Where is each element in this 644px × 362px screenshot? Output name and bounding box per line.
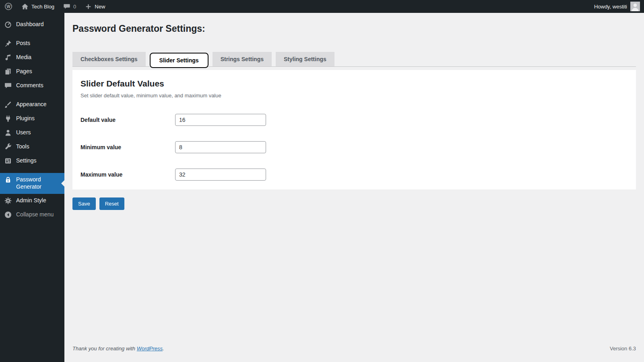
reset-button[interactable]: Reset [99,197,124,210]
sidebar-item-label: Password Generator [16,176,61,191]
sidebar-item-media[interactable]: Media [0,51,64,65]
new-content-link[interactable]: New [80,0,109,13]
sidebar-item-label: Posts [16,40,30,47]
maximum-value-input[interactable] [175,169,266,181]
sidebar-item-label: Users [16,129,31,136]
default-value-input[interactable] [175,114,266,126]
maximum-value-label: Maximum value [80,171,175,178]
wrench-icon [4,143,12,151]
comment-bubble-icon [4,82,12,90]
tab-bar: Checkboxes Settings Slider Settings Stri… [72,52,636,67]
comments-admin-bar-link[interactable]: 0 [59,0,80,13]
footer-thanks: Thank you for creating with WordPress. [72,346,164,352]
sidebar-item-admin-style[interactable]: Admin Style [0,194,64,208]
admin-bar: W Tech Blog 0 New Howdy, westiti [0,0,644,13]
menu-separator [0,93,64,98]
main-content: Password Generator Settings: Checkboxes … [64,13,644,362]
footer-version: Version 6.3 [610,346,636,352]
lock-icon [4,176,12,184]
user-icon [4,129,12,137]
sidebar-item-label: Media [16,54,31,61]
sidebar-item-label: Tools [16,143,29,150]
pages-icon [4,68,12,76]
dashboard-icon [4,21,12,29]
wordpress-link[interactable]: WordPress [137,346,163,352]
sidebar-item-users[interactable]: Users [0,126,64,140]
minimum-value-input[interactable] [175,141,266,153]
default-value-label: Default value [80,117,175,123]
sidebar-item-pages[interactable]: Pages [0,65,64,79]
sidebar-item-label: Pages [16,68,32,75]
panel-heading: Slider Default Values [80,79,628,88]
footer-thanks-text: Thank you for creating with [72,346,137,352]
footer-thanks-period: . [163,346,164,352]
gear-icon [4,197,12,205]
field-row-maximum-value: Maximum value [80,169,628,181]
sidebar-item-password-generator[interactable]: Password Generator [0,173,64,194]
action-buttons: Save Reset [72,197,636,210]
sidebar-item-label: Admin Style [16,197,46,204]
pushpin-icon [4,39,12,47]
sliders-icon [4,157,12,165]
minimum-value-label: Minimum value [80,144,175,150]
comment-bubble-icon [63,3,70,10]
music-note-icon [4,53,12,62]
collapse-menu-button[interactable]: Collapse menu [0,208,64,222]
sidebar-item-label: Comments [16,82,43,89]
tab-styling-settings[interactable]: Styling Settings [276,52,334,66]
current-item-arrow [58,180,64,187]
wordpress-logo-icon: W [4,2,12,10]
sidebar-item-label: Collapse menu [16,211,54,218]
sidebar-item-tools[interactable]: Tools [0,140,64,154]
sidebar-item-label: Settings [16,157,37,165]
sidebar-item-label: Appearance [16,101,47,108]
comment-count: 0 [73,4,76,10]
tab-slider-settings[interactable]: Slider Settings [150,53,208,68]
menu-separator [0,32,64,37]
sidebar-item-plugins[interactable]: Plugins [0,112,64,126]
page-title: Password Generator Settings: [72,23,636,34]
tab-strings-settings[interactable]: Strings Settings [213,52,272,66]
sidebar-item-posts[interactable]: Posts [0,37,64,51]
field-row-minimum-value: Minimum value [80,141,628,153]
avatar [630,2,640,11]
admin-bar-left: W Tech Blog 0 New [0,0,109,13]
plus-icon [85,3,92,10]
slider-settings-panel: Slider Default Values Set slider default… [72,70,636,189]
wordpress-logo-menu[interactable]: W [0,0,17,13]
paintbrush-icon [4,101,12,109]
my-account-link[interactable]: Howdy, westiti [594,0,644,13]
site-name-label: Tech Blog [31,4,54,10]
sidebar-item-comments[interactable]: Comments [0,79,64,93]
svg-text:W: W [6,4,10,9]
home-icon [21,3,29,10]
sidebar-item-appearance[interactable]: Appearance [0,98,64,112]
sidebar-item-settings[interactable]: Settings [0,154,64,168]
howdy-label: Howdy, westiti [594,4,627,10]
tab-checkboxes-settings[interactable]: Checkboxes Settings [72,52,146,66]
plug-icon [4,115,12,123]
admin-sidebar: Dashboard Posts Media Pages Commen [0,13,64,362]
sidebar-item-dashboard[interactable]: Dashboard [0,18,64,32]
sidebar-item-label: Plugins [16,115,35,122]
new-label: New [95,4,105,10]
field-row-default-value: Default value [80,114,628,126]
panel-description: Set slider default value, minimum value,… [80,93,628,99]
sidebar-item-label: Dashboard [16,21,44,28]
save-button[interactable]: Save [72,197,96,210]
collapse-arrow-icon [4,211,12,219]
menu-separator [0,168,64,173]
site-name-link[interactable]: Tech Blog [17,0,59,13]
admin-footer: Thank you for creating with WordPress. V… [72,346,636,362]
